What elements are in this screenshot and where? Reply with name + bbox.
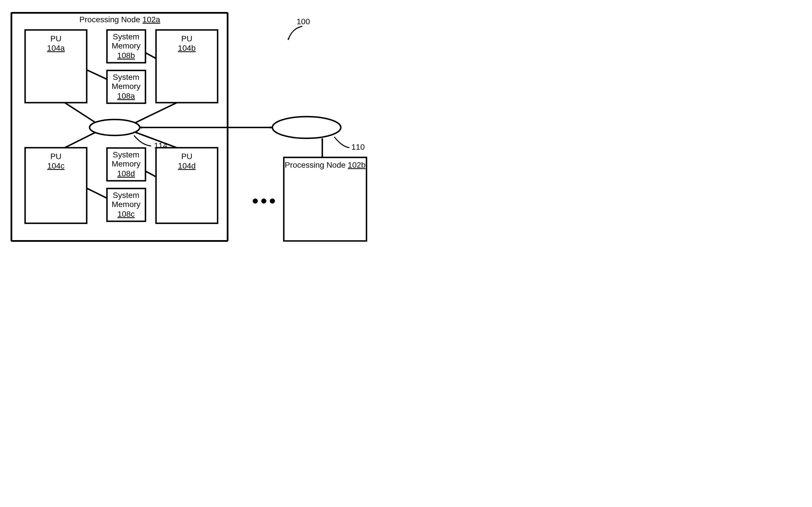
mem-108d-ref: 108d [117,169,135,178]
mem-108c-l2: Memory [111,200,140,209]
system-interconnect-leader [334,137,349,148]
arrow-mem108c-pu104c [87,188,107,198]
ellipsis-dot [261,199,266,204]
local-interconnect-ellipse [90,119,140,135]
arrow-mem108d-pu104d [146,171,156,177]
figure-label: 100 [296,17,310,26]
node-b-title: Processing Node 102b [285,161,365,169]
arrow-pu104a-interconnect [65,103,96,123]
local-interconnect-ref: 114 [154,141,167,150]
mem-108c-ref: 108c [117,210,135,218]
arrow-mem108b-pu104b [146,53,156,58]
mem-108d-l2: Memory [111,159,140,168]
system-interconnect-ellipse [272,117,341,138]
pu-104b-ref: 104b [178,44,196,52]
node-b-box [284,157,367,241]
pu-104b-label: PU [181,34,193,43]
node-a-title: Processing Node 102a [79,15,160,24]
figure-label-leader [288,26,302,40]
mem-108c-l1: System [113,191,139,200]
mem-108a-ref: 108a [117,92,135,100]
arrow-pu104b-interconnect [136,103,177,123]
ellipsis-dot [253,199,258,204]
pu-104d-label: PU [181,152,193,161]
ellipsis-dot [270,199,275,204]
system-interconnect-ref: 110 [351,143,365,152]
pu-104c-ref: 104c [47,161,65,170]
arrow-pu104c-interconnect [65,132,96,148]
mem-108b-ref: 108b [117,51,135,60]
mem-108a-l1: System [113,73,139,81]
mem-108b-l1: System [113,32,139,41]
mem-108b-l2: Memory [111,41,140,50]
arrow-mem108a-pu104a [87,70,107,79]
mem-108a-l2: Memory [111,82,140,91]
pu-104c-label: PU [51,152,62,161]
pu-104d-ref: 104d [178,161,196,170]
pu-104a-label: PU [51,34,62,43]
pu-104a-ref: 104a [47,44,65,52]
mem-108d-l1: System [113,150,139,159]
